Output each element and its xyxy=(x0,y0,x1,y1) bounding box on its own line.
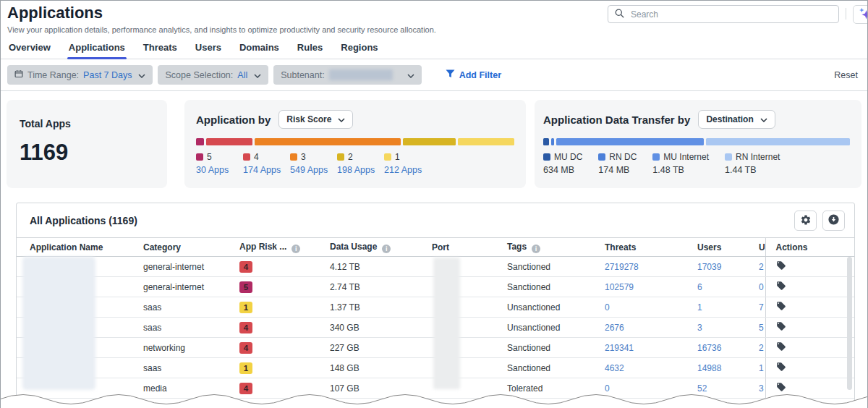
tag-icon[interactable] xyxy=(776,263,786,273)
column-header-actions[interactable]: Actions xyxy=(765,238,854,257)
users-cell-link[interactable]: 1 xyxy=(697,302,702,313)
threats-cell-link[interactable]: 2719278 xyxy=(605,262,639,272)
table-download-button[interactable] xyxy=(822,211,845,231)
table-scrollbar[interactable] xyxy=(847,257,852,390)
risk-badge: 4 xyxy=(239,342,252,354)
risk-badge: 4 xyxy=(239,322,252,333)
tag-icon[interactable] xyxy=(776,364,786,374)
tags-cell: Sanctioned xyxy=(494,338,592,358)
legend-swatch xyxy=(652,153,660,161)
reset-button[interactable]: Reset xyxy=(834,70,858,80)
time-range-filter[interactable]: Time Range: Past 7 Days xyxy=(7,65,153,85)
threats-cell-link[interactable]: 0 xyxy=(605,302,610,313)
category-cell xyxy=(130,399,226,405)
column-header-port[interactable]: Port xyxy=(419,238,494,257)
risk-apps-link[interactable]: 212 Apps xyxy=(384,165,428,175)
tab-threats[interactable]: Threats xyxy=(142,42,179,59)
tab-overview[interactable]: Overview xyxy=(7,42,52,59)
actions-cell xyxy=(765,277,854,297)
threats-cell-link[interactable]: 102579 xyxy=(605,282,634,292)
tab-domains[interactable]: Domains xyxy=(238,42,281,59)
users-cell-link[interactable]: 16736 xyxy=(697,343,721,353)
search-input[interactable] xyxy=(629,9,832,20)
subtenant-label: Subtenant: xyxy=(281,70,324,80)
tag-icon[interactable] xyxy=(776,303,786,313)
column-header-data-usage[interactable]: Data Usagei xyxy=(317,238,419,257)
add-filter-button[interactable]: Add Filter xyxy=(446,69,501,80)
destination-label: RN DC xyxy=(609,152,637,162)
table-action-buttons xyxy=(794,211,845,231)
destination-label: RN Internet xyxy=(736,152,780,162)
risk-legend-item-2: 2198 Apps xyxy=(337,152,381,175)
column-header-application-name[interactable]: Application Name xyxy=(17,238,130,257)
search-box[interactable] xyxy=(608,5,839,23)
data-transfer-legend: MU DC634 MBRN DC174 MBMU Internet1.48 TB… xyxy=(543,152,850,175)
u-cell-link[interactable]: 0 xyxy=(759,282,764,292)
data-transfer-card: Application Data Transfer by Destination… xyxy=(535,100,861,188)
applications-dashboard: Applications View your application detai… xyxy=(0,0,868,408)
chevron-down-icon xyxy=(138,70,145,80)
u-cell-link[interactable]: 7 xyxy=(759,302,764,313)
destination-selector[interactable]: Destination xyxy=(698,110,775,129)
u-cell-link[interactable]: 2 xyxy=(759,262,764,272)
column-header-threats[interactable]: Threats xyxy=(592,238,684,257)
app-risk-cell: 1 xyxy=(226,358,317,378)
threats-cell-link[interactable]: 4632 xyxy=(605,363,624,373)
threats-cell: 2676 xyxy=(592,318,684,338)
threats-cell-link[interactable]: 219341 xyxy=(605,343,634,353)
tab-regions[interactable]: Regions xyxy=(339,42,379,59)
u-cell-link[interactable]: 5 xyxy=(759,323,764,333)
tag-icon[interactable] xyxy=(776,323,786,333)
threats-cell-link[interactable]: 0 xyxy=(605,383,610,394)
risk-score-legend: 530 Apps4174 Apps3549 Apps2198 Apps1212 … xyxy=(196,152,514,175)
scope-label: Scope Selection: xyxy=(165,70,233,80)
column-label: U xyxy=(759,242,765,252)
u-cell: 7 xyxy=(753,297,765,318)
transfer-value: 174 MB xyxy=(598,165,637,175)
tags-cell: Tolerated xyxy=(494,378,592,399)
chevron-down-icon xyxy=(407,70,414,80)
app-risk-cell: 1 xyxy=(226,297,317,318)
users-cell: 1 xyxy=(684,297,753,318)
column-header-users[interactable]: Users xyxy=(684,238,753,257)
users-cell-link[interactable]: 52 xyxy=(697,383,707,394)
application-by-risk-card: Application by Risk Score 530 Apps4174 A… xyxy=(184,100,526,188)
risk-apps-link[interactable]: 30 Apps xyxy=(196,165,240,175)
tab-rules[interactable]: Rules xyxy=(296,42,324,59)
users-cell: 14988 xyxy=(684,358,753,378)
tag-icon[interactable] xyxy=(776,283,786,293)
tags-cell: Unsanctioned xyxy=(494,318,592,338)
users-cell-link[interactable]: 17039 xyxy=(697,262,721,272)
subtenant-value-redacted xyxy=(329,69,393,80)
users-cell-link[interactable]: 6 xyxy=(697,282,702,292)
risk-score-selector[interactable]: Risk Score xyxy=(278,110,353,129)
table-settings-button[interactable] xyxy=(794,211,817,231)
tag-icon[interactable] xyxy=(776,384,786,394)
subtenant-filter[interactable]: Subtenant: xyxy=(273,65,421,85)
users-cell-link[interactable]: 14988 xyxy=(697,363,721,373)
tab-users[interactable]: Users xyxy=(194,42,223,59)
data-transfer-stacked-bar xyxy=(543,138,850,145)
filter-bar: Time Range: Past 7 Days Scope Selection:… xyxy=(1,59,867,91)
actions-cell xyxy=(765,399,854,405)
application-name-cell xyxy=(17,399,130,405)
ai-assistant-button[interactable] xyxy=(853,5,868,24)
column-header-tags[interactable]: Tagsi xyxy=(494,238,592,257)
risk-apps-link[interactable]: 549 Apps xyxy=(290,165,334,175)
tag-icon[interactable] xyxy=(776,344,786,354)
column-header-category[interactable]: Category xyxy=(130,238,226,257)
risk-apps-link[interactable]: 174 Apps xyxy=(243,165,287,175)
users-cell-link[interactable]: 3 xyxy=(697,323,702,333)
table-title: All Applications (1169) xyxy=(30,215,137,226)
column-header-app-risk[interactable]: App Risk ...i xyxy=(226,238,317,257)
scope-selection-filter[interactable]: Scope Selection: All xyxy=(158,65,268,85)
u-cell-link[interactable]: 1 xyxy=(759,363,764,373)
actions-cell xyxy=(765,257,854,277)
risk-apps-link[interactable]: 198 Apps xyxy=(337,165,381,175)
tab-applications[interactable]: Applications xyxy=(67,42,127,59)
transfer-bar-segment xyxy=(556,138,704,145)
threats-cell-link[interactable]: 2676 xyxy=(605,323,624,333)
column-header-u[interactable]: U xyxy=(753,238,765,257)
u-cell-link[interactable]: 2 xyxy=(759,343,764,353)
u-cell-link[interactable]: 3 xyxy=(759,383,764,394)
